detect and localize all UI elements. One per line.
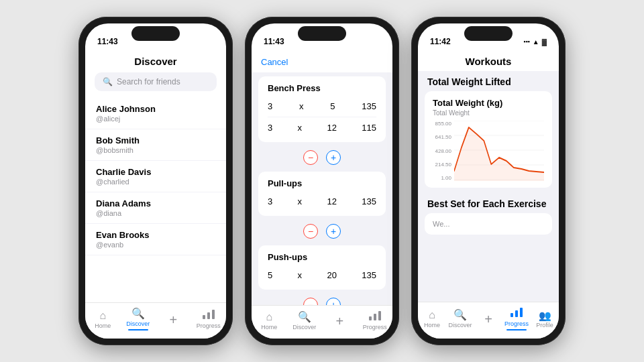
discover-icon-1: 🔍 [131,308,145,319]
remove-set-pushups-button[interactable]: − [303,298,318,305]
svg-rect-4 [374,314,376,320]
set-weight-pullups: 12 [327,196,336,206]
set-row-bench-2: 3 x 12 115 [268,120,376,135]
tab-label-discover-2: Discover [292,324,316,330]
set-row-pushups-1: 5 x 20 135 [268,267,376,283]
phone-progress: 11:42 ▪▪▪ ▲ ▓ Workouts Total Weight Lift… [411,17,566,345]
best-set-label: We... [433,220,544,228]
set-weight-pushups: 20 [327,270,336,280]
chart-area: 855.00 641.50 428.00 214.50 1.00 [433,121,544,181]
y-label-2: 214.50 [433,162,451,168]
set-row-pullups-1: 3 x 12 135 [268,194,376,209]
chart-svg-wrap [454,121,544,181]
workout-screen: Cancel Bench Press 3 x 5 135 3 x 12 115 [252,53,392,305]
friend-evan[interactable]: Evan Brooks @evanb [85,224,226,255]
remove-set-pullups-button[interactable]: − [303,224,318,239]
discover-title: Discover [85,53,226,72]
set-weight-bench-2: 12 [327,123,336,133]
set-x-bench-1: x [299,101,304,111]
tab-progress-3[interactable]: Progress [503,308,530,330]
profile-icon-3: 👥 [539,310,551,320]
set-total-bench-1: 135 [362,101,376,111]
time-1: 11:43 [97,37,118,46]
tab-add-2[interactable]: + [326,314,353,328]
friend-bob[interactable]: Bob Smith @bobsmith [85,129,226,161]
status-icons-3: ▪▪▪ ▲ ▓ [523,38,547,46]
exercise-title-bench: Bench Press [268,83,376,93]
set-total-pullups: 135 [362,196,376,206]
best-set-card: We... [425,213,552,235]
svg-rect-0 [203,315,205,319]
svg-rect-5 [378,311,381,320]
friend-handle-bob: @bobsmith [96,146,215,154]
set-controls-pullups: − + [252,220,392,241]
friend-list: Alice Johnson @alicej Bob Smith @bobsmit… [85,98,226,302]
set-reps-pullups: 3 [268,196,272,206]
tab-label-profile-3: Profile [536,322,553,328]
svg-rect-13 [515,310,518,317]
set-reps-bench-1: 3 [268,101,272,111]
dynamic-island-2 [298,26,346,41]
svg-rect-3 [369,316,372,320]
add-icon-1: + [169,313,177,326]
tab-bar-2: ⌂ Home 🔍 Discover + Progress [252,305,392,339]
tab-home-1[interactable]: ⌂ Home [89,310,116,329]
svg-rect-14 [520,308,523,317]
add-set-bench-button[interactable]: + [326,150,341,165]
exercise-pushups: Push-ups 5 x 20 135 [258,245,386,290]
time-2: 11:43 [264,37,284,46]
discover-icon-2: 🔍 [298,312,311,322]
exercise-bench-press: Bench Press 3 x 5 135 3 x 12 115 [258,76,386,142]
search-bar[interactable]: 🔍 Search for friends [95,72,217,91]
set-total-pushups: 135 [362,270,376,280]
add-set-pullups-button[interactable]: + [326,224,341,239]
friend-name-diana: Diana Adams [96,198,215,208]
discover-screen: Discover 🔍 Search for friends Alice John… [85,53,226,302]
workouts-title: Workouts [418,53,559,71]
cancel-button[interactable]: Cancel [261,57,288,67]
chart-svg [454,121,544,181]
discover-icon-3: 🔍 [453,310,467,320]
search-placeholder: Search for friends [117,77,180,86]
tab-progress-1[interactable]: Progress [195,310,222,329]
tab-progress-2[interactable]: Progress [362,311,388,330]
add-set-pushups-button[interactable]: + [326,298,341,305]
friend-charlie[interactable]: Charlie Davis @charlied [85,161,226,192]
tab-profile-3[interactable]: 👥 Profile [531,310,558,328]
friend-name-bob: Bob Smith [96,135,215,145]
friend-name-charlie: Charlie Davis [96,167,215,177]
add-icon-3: + [484,312,492,326]
set-x-bench-2: x [298,123,303,133]
friend-diana[interactable]: Diana Adams @diana [85,192,226,224]
progress-icon-2 [369,311,381,322]
tab-discover-3[interactable]: 🔍 Discover [447,310,474,328]
remove-set-bench-button[interactable]: − [303,150,318,165]
progress-icon-3 [511,308,523,319]
set-total-bench-2: 115 [362,123,376,133]
section-heading-weight: Total Weight Lifted [418,71,559,91]
active-indicator-1 [128,329,148,330]
friend-alice[interactable]: Alice Johnson @alicej [85,98,226,129]
tab-add-1[interactable]: + [160,313,186,326]
tab-home-3[interactable]: ⌂ Home [419,310,445,328]
dynamic-island-3 [464,26,513,41]
svg-rect-12 [511,313,513,317]
y-label-5: 855.00 [433,121,451,127]
friend-handle-evan: @evanb [96,241,215,249]
tab-discover-1[interactable]: 🔍 Discover [125,308,152,330]
battery-icon: ▓ [542,38,547,46]
chart-title: Total Weight (kg) [433,98,544,108]
exercise-title-pushups: Push-ups [268,252,376,262]
set-reps-bench-2: 3 [268,123,272,133]
tab-discover-2[interactable]: 🔍 Discover [291,312,318,330]
section-heading-best: Best Set for Each Exercise [418,193,559,213]
tab-label-discover-1: Discover [126,320,150,327]
tab-label-progress-1: Progress [197,322,221,329]
friend-handle-charlie: @charlied [96,178,215,186]
set-controls-pushups: − + [252,294,392,305]
tab-home-2[interactable]: ⌂ Home [256,312,282,330]
phone-workout: 11:43 Cancel Bench Press 3 x 5 135 3 x [245,17,399,345]
tab-add-3[interactable]: + [475,312,502,326]
exercise-pullups: Pull-ups 3 x 12 135 [258,172,386,216]
exercise-title-pullups: Pull-ups [268,178,376,188]
